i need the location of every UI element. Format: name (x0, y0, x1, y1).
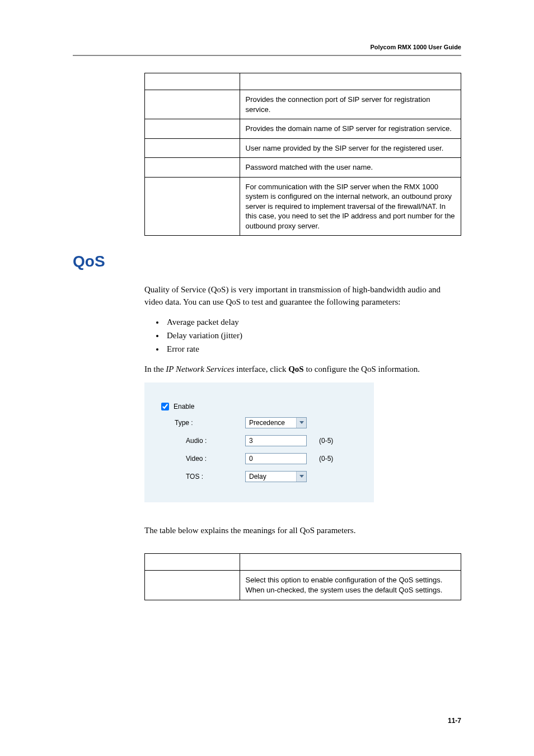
qos-settings-panel: Enable Type : Precedence Audio : (0-5) V… (144, 382, 374, 502)
audio-label: Audio : (161, 437, 245, 445)
tos-select-value: Delay (246, 473, 296, 480)
param-cell (145, 177, 240, 236)
param-cell (145, 90, 240, 119)
text-fragment: interface, click (235, 365, 289, 374)
table-header-param (145, 73, 240, 90)
qos-params-table: Select this option to enable configurati… (144, 553, 461, 600)
chevron-down-icon (296, 472, 306, 482)
param-cell (145, 138, 240, 158)
audio-range-hint: (0-5) (319, 437, 333, 445)
tos-label: TOS : (161, 473, 245, 480)
section-heading-qos: QoS (73, 253, 461, 270)
list-item: Delay variation (jitter) (165, 329, 461, 342)
video-label: Video : (161, 455, 245, 463)
qos-instruction-paragraph: In the IP Network Services interface, cl… (144, 363, 461, 376)
param-cell (145, 119, 240, 139)
param-cell (145, 158, 240, 178)
audio-input[interactable] (245, 435, 307, 446)
text-fragment: to configure the QoS information. (304, 365, 420, 374)
table-header-param (145, 554, 240, 571)
table-row: User name provided by the SIP server for… (145, 138, 461, 158)
desc-cell: Provides the connection port of SIP serv… (240, 90, 461, 119)
table-row: Provides the connection port of SIP serv… (145, 90, 461, 119)
chevron-down-icon (296, 418, 306, 428)
enable-label: Enable (174, 403, 194, 410)
qos-intro-paragraph: Quality of Service (QoS) is very importa… (144, 284, 461, 309)
sip-params-table: Provides the connection port of SIP serv… (144, 73, 461, 236)
list-item: Error rate (165, 342, 461, 356)
desc-cell: For communication with the SIP server wh… (240, 177, 461, 236)
enable-checkbox[interactable] (161, 403, 169, 410)
desc-cell: Password matched with the user name. (240, 158, 461, 178)
text-fragment-italic: IP Network Services (166, 365, 234, 374)
desc-cell: Provides the domain name of SIP server f… (240, 119, 461, 139)
table-row: Provides the domain name of SIP server f… (145, 119, 461, 139)
qos-bullets: Average packet delay Delay variation (ji… (165, 315, 461, 356)
type-label: Type : (161, 419, 245, 427)
video-range-hint: (0-5) (319, 455, 333, 463)
table-header-desc (240, 554, 461, 571)
table-row: Password matched with the user name. (145, 158, 461, 178)
qos-table-caption: The table below explains the meanings fo… (144, 525, 461, 537)
table-row: Select this option to enable configurati… (145, 571, 461, 600)
param-cell (145, 571, 240, 600)
header-divider (73, 55, 461, 56)
tos-select[interactable]: Delay (245, 471, 307, 482)
list-item: Average packet delay (165, 315, 461, 329)
table-header-desc (240, 73, 461, 90)
page-number: 11-7 (448, 717, 461, 725)
video-input[interactable] (245, 453, 307, 464)
text-fragment-bold: QoS (288, 365, 304, 374)
desc-cell: User name provided by the SIP server for… (240, 138, 461, 158)
text-fragment: In the (144, 365, 166, 374)
type-select-value: Precedence (246, 419, 296, 427)
table-row: For communication with the SIP server wh… (145, 177, 461, 236)
type-select[interactable]: Precedence (245, 417, 307, 428)
header-guide-title: Polycom RMX 1000 User Guide (73, 44, 461, 50)
desc-cell: Select this option to enable configurati… (240, 571, 461, 600)
